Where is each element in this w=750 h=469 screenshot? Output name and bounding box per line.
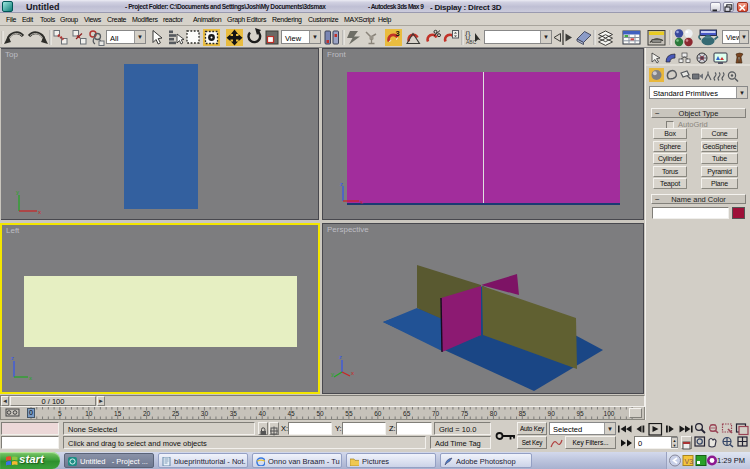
svg-text:85: 85 <box>519 410 527 417</box>
svg-text:55: 55 <box>345 410 353 417</box>
svg-text:60: 60 <box>374 410 382 417</box>
svg-text:100: 100 <box>604 410 615 417</box>
svg-text:y: y <box>16 189 19 195</box>
svg-text:90: 90 <box>548 410 556 417</box>
svg-text:95: 95 <box>576 410 584 417</box>
svg-text:z: z <box>11 355 14 361</box>
svg-text:30: 30 <box>201 410 209 417</box>
svg-text:z: z <box>339 354 342 360</box>
svg-text:z: z <box>340 181 343 187</box>
svg-text:x: x <box>38 209 41 215</box>
svg-text:3: 3 <box>396 29 400 38</box>
svg-text:5: 5 <box>58 410 62 417</box>
svg-text:25: 25 <box>172 410 180 417</box>
svg-text:75: 75 <box>461 410 469 417</box>
svg-text:20: 20 <box>143 410 151 417</box>
svg-text:x: x <box>351 370 354 376</box>
svg-text:10: 10 <box>85 410 93 417</box>
svg-text:50: 50 <box>316 410 324 417</box>
svg-text:45: 45 <box>287 410 295 417</box>
svg-text:35: 35 <box>230 410 238 417</box>
svg-text:x: x <box>360 199 363 205</box>
svg-text:40: 40 <box>259 410 267 417</box>
svg-text:y: y <box>331 371 334 377</box>
svg-text:70: 70 <box>432 410 440 417</box>
svg-text:V3: V3 <box>685 458 694 465</box>
svg-text:80: 80 <box>490 410 498 417</box>
svg-text:65: 65 <box>403 410 411 417</box>
svg-text:x: x <box>29 375 32 381</box>
svg-text:15: 15 <box>114 410 122 417</box>
